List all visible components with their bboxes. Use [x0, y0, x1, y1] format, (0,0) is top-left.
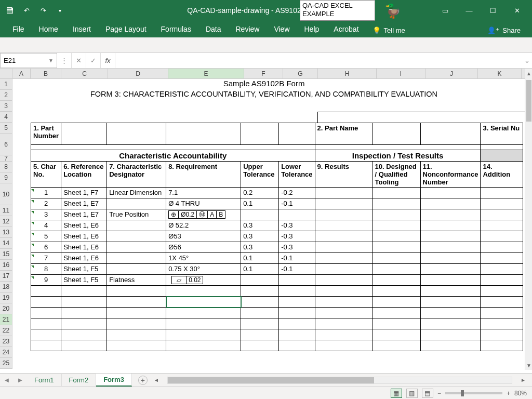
- cell-results[interactable]: [315, 253, 373, 264]
- cell-designator[interactable]: [107, 264, 166, 275]
- cell-addition[interactable]: [481, 198, 523, 209]
- cell-char-no[interactable]: 9: [31, 275, 61, 286]
- row-hdr[interactable]: 23: [0, 336, 12, 347]
- cell-ref-loc[interactable]: Sheet 1, F5: [61, 264, 107, 275]
- row-hdr[interactable]: 8: [0, 162, 12, 172]
- cell-lower-tol[interactable]: -0.1: [279, 264, 315, 275]
- scroll-right-icon[interactable]: ►: [520, 377, 527, 383]
- col-hdr[interactable]: F: [244, 69, 283, 78]
- row-hdr[interactable]: 9: [0, 172, 12, 183]
- cell-tooling[interactable]: [373, 198, 420, 209]
- tab-help[interactable]: Help: [297, 22, 327, 37]
- tab-view[interactable]: View: [267, 22, 297, 37]
- col-hdr[interactable]: G: [283, 69, 318, 78]
- cell-requirement[interactable]: 1X 45°: [166, 253, 241, 264]
- qat-customize-icon[interactable]: ▾: [53, 4, 66, 17]
- row-hdr[interactable]: 24: [0, 347, 12, 358]
- cell-designator[interactable]: Flatness: [107, 275, 166, 286]
- col-hdr[interactable]: H: [318, 69, 377, 78]
- cell-ref-loc[interactable]: Sheet 1, E7: [61, 209, 107, 220]
- cell-requirement[interactable]: 0.75 X 30°: [166, 264, 241, 275]
- cell-ref-loc[interactable]: Sheet 1, E6: [61, 253, 107, 264]
- cell-results[interactable]: [315, 220, 373, 231]
- row-hdr[interactable]: 18: [0, 282, 12, 292]
- view-page-layout-icon[interactable]: ▥: [406, 389, 418, 398]
- tell-me[interactable]: 💡 Tell me: [366, 23, 411, 37]
- cell-nc[interactable]: [420, 242, 481, 253]
- zoom-out-icon[interactable]: −: [437, 390, 441, 397]
- cell-upper-tol[interactable]: 0.1: [241, 253, 279, 264]
- zoom-level[interactable]: 80%: [514, 390, 527, 397]
- cell-results[interactable]: [315, 198, 373, 209]
- cell-addition[interactable]: [481, 209, 523, 220]
- horizontal-scrollbar[interactable]: ◄ ►: [153, 377, 527, 384]
- cell-nc[interactable]: [420, 209, 481, 220]
- cell-ref-loc[interactable]: Sheet 1, E6: [61, 220, 107, 231]
- cell-designator[interactable]: [107, 231, 166, 242]
- cell-tooling[interactable]: [373, 242, 420, 253]
- select-all-corner[interactable]: [0, 69, 12, 78]
- col-hdr[interactable]: J: [425, 69, 478, 78]
- cell-nc[interactable]: [420, 188, 481, 198]
- cell-tooling[interactable]: [373, 231, 420, 242]
- tab-nav-prev-icon[interactable]: ◄: [0, 376, 14, 384]
- cell-requirement[interactable]: ▱0.02: [166, 275, 241, 286]
- blank-cell[interactable]: [166, 123, 241, 145]
- row-hdr[interactable]: 3: [0, 101, 12, 112]
- row-hdr[interactable]: 4: [0, 112, 12, 123]
- tab-home[interactable]: Home: [32, 22, 65, 37]
- cell-requirement[interactable]: Ø 52.2: [166, 220, 241, 231]
- cell-upper-tol[interactable]: 0.2: [241, 188, 279, 198]
- cell-addition[interactable]: [481, 231, 523, 242]
- tab-page-layout[interactable]: Page Layout: [98, 22, 154, 37]
- cell-addition[interactable]: [481, 253, 523, 264]
- cell-results[interactable]: [315, 275, 373, 286]
- row-hdr[interactable]: 10: [0, 183, 12, 205]
- zoom-thumb[interactable]: [461, 390, 464, 396]
- cell-lower-tol[interactable]: [279, 209, 315, 220]
- col-hdr[interactable]: K: [478, 69, 522, 78]
- row-hdr[interactable]: 13: [0, 227, 12, 238]
- blank-cell[interactable]: [279, 123, 315, 145]
- minimize-icon[interactable]: —: [457, 3, 481, 18]
- row-hdr[interactable]: 5: [0, 123, 12, 134]
- cell-requirement[interactable]: Ø 4 THRU: [166, 198, 241, 209]
- cell-ref-loc[interactable]: Sheet 1, F5: [61, 275, 107, 286]
- maximize-icon[interactable]: ☐: [481, 3, 505, 18]
- view-normal-icon[interactable]: ▦: [391, 389, 402, 398]
- sheet-tab-form1[interactable]: Form1: [27, 374, 62, 386]
- cell-designator[interactable]: True Position: [107, 209, 166, 220]
- formula-input[interactable]: [115, 53, 522, 68]
- scroll-down-icon[interactable]: ▼: [525, 361, 532, 370]
- cell-nc[interactable]: [420, 253, 481, 264]
- cell-upper-tol[interactable]: [241, 209, 279, 220]
- share-button[interactable]: 👤⁺ Share: [481, 23, 527, 37]
- scroll-up-icon[interactable]: ▲: [525, 69, 532, 78]
- sheet-tab-form2[interactable]: Form2: [62, 374, 97, 386]
- cell-addition[interactable]: [481, 188, 523, 198]
- cell-char-no[interactable]: 2: [31, 198, 61, 209]
- cell-tooling[interactable]: [373, 253, 420, 264]
- cell-lower-tol[interactable]: -0.1: [279, 253, 315, 264]
- blank-cell[interactable]: [420, 123, 481, 145]
- row-hdr[interactable]: 11: [0, 205, 12, 216]
- cell-ref-loc[interactable]: Sheet 1, F7: [61, 188, 107, 198]
- cell-designator[interactable]: [107, 220, 166, 231]
- cell-designator[interactable]: [107, 198, 166, 209]
- row-hdr[interactable]: 25: [0, 358, 12, 369]
- hscroll-thumb[interactable]: [168, 377, 374, 383]
- cell-tooling[interactable]: [373, 220, 420, 231]
- row-hdr[interactable]: 21: [0, 314, 12, 325]
- cell-designator[interactable]: Linear Dimension: [107, 188, 166, 198]
- undo-icon[interactable]: ↶: [20, 4, 33, 17]
- cell-char-no[interactable]: 7: [31, 253, 61, 264]
- redo-icon[interactable]: ↷: [36, 4, 50, 17]
- cell-addition[interactable]: [481, 275, 523, 286]
- cell-designator[interactable]: [107, 253, 166, 264]
- tab-file[interactable]: File: [5, 22, 32, 37]
- cell-lower-tol[interactable]: [279, 275, 315, 286]
- row-hdr[interactable]: 2: [0, 90, 12, 101]
- scrollbar-thumb[interactable]: [526, 80, 531, 122]
- cell-designator[interactable]: [107, 242, 166, 253]
- col-hdr[interactable]: B: [31, 69, 61, 78]
